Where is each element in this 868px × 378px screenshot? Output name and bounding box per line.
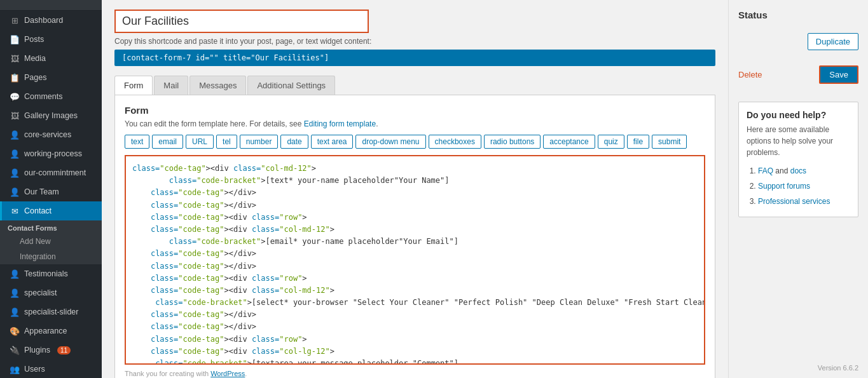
tab-form[interactable]: Form xyxy=(114,76,153,95)
sidebar-label-gallery: Gallery Images xyxy=(24,111,78,120)
status-actions-row: Duplicate xyxy=(738,28,858,60)
contact-icon: ✉ xyxy=(10,206,20,216)
our-commintment-icon: 👤 xyxy=(10,168,20,178)
tag-button-email[interactable]: email xyxy=(152,135,183,149)
sidebar-label-testimonials: Testimonials xyxy=(24,269,68,278)
tag-button-checkboxes[interactable]: checkboxes xyxy=(429,135,481,149)
sidebar-label-working-process: working-process xyxy=(24,149,82,158)
sidebar-label-specialist: specialist xyxy=(24,288,57,297)
contact-submenu: Contact Forms Add New Integration xyxy=(0,220,102,264)
sidebar-label-media: Media xyxy=(24,54,46,63)
editing-form-template-link[interactable]: Editing form template xyxy=(304,119,376,128)
sidebar-item-plugins[interactable]: 🔌 Plugins 11 xyxy=(0,341,102,360)
gallery-icon: 🖼 xyxy=(10,111,20,121)
sidebar-item-core-services[interactable]: 👤 core-services xyxy=(0,125,102,144)
wordpress-link[interactable]: WordPress xyxy=(210,370,245,377)
status-section: Status Duplicate Delete Save xyxy=(738,10,858,89)
tag-button-radio-buttons[interactable]: radio buttons xyxy=(484,135,541,149)
delete-button[interactable]: Delete xyxy=(738,67,762,83)
sidebar-item-media[interactable]: 🖼 Media xyxy=(0,49,102,68)
sidebar-item-contact[interactable]: ✉ Contact xyxy=(0,201,102,220)
pages-icon: 📋 xyxy=(10,72,20,83)
version-text: Version 6.6.2 xyxy=(818,364,858,372)
code-editor[interactable]: class="code-tag"><div class="col-md-12">… xyxy=(125,155,705,365)
help-title: Do you need help? xyxy=(747,110,850,120)
specialist-slider-icon: 👤 xyxy=(10,307,20,317)
tab-messages[interactable]: Messages xyxy=(189,76,246,95)
help-description: Here are some available options to help … xyxy=(747,124,850,158)
our-team-icon: 👤 xyxy=(10,187,20,197)
sidebar-label-users: Users xyxy=(24,365,45,374)
tag-buttons-container: textemailURLtelnumberdatetext areadrop-d… xyxy=(125,135,705,149)
sidebar-item-specialist[interactable]: 👤 specialist xyxy=(0,283,102,302)
core-services-icon: 👤 xyxy=(10,130,20,140)
right-panel: Status Duplicate Delete Save Do you need… xyxy=(728,0,868,378)
tag-button-text[interactable]: text xyxy=(125,135,149,149)
specialist-icon: 👤 xyxy=(10,288,20,298)
sidebar-label-plugins: Plugins xyxy=(24,346,50,354)
sidebar-item-comments[interactable]: 💬 Comments xyxy=(0,87,102,106)
wp-credit: Thank you for creating with WordPress. xyxy=(125,370,705,377)
tag-button-URL[interactable]: URL xyxy=(186,135,214,149)
plugins-badge: 11 xyxy=(57,346,71,354)
sidebar: ⊞ Dashboard 📄 Posts 🖼 Media 📋 Pages 💬 Co… xyxy=(0,0,102,378)
media-icon: 🖼 xyxy=(10,53,20,64)
form-tab-content: Form You can edit the form template here… xyxy=(114,95,715,378)
sidebar-item-gallery-images[interactable]: 🖼 Gallery Images xyxy=(0,106,102,125)
sidebar-label-our-team: Our Team xyxy=(24,187,59,196)
main-content: Copy this shortcode and paste it into yo… xyxy=(102,0,728,378)
tag-button-date[interactable]: date xyxy=(280,135,308,149)
sidebar-item-add-new[interactable]: Add New xyxy=(0,234,102,249)
sidebar-label-dashboard: Dashboard xyxy=(24,16,63,25)
appearance-icon: 🎨 xyxy=(10,326,20,336)
sidebar-label-contact: Contact xyxy=(24,206,52,215)
sidebar-item-dashboard[interactable]: ⊞ Dashboard xyxy=(0,11,102,30)
help-list-item-2: Support forums xyxy=(758,179,850,194)
tag-button-number[interactable]: number xyxy=(240,135,279,149)
comments-icon: 💬 xyxy=(10,91,20,102)
tag-button-drop-down-menu[interactable]: drop-down menu xyxy=(355,135,425,149)
working-process-icon: 👤 xyxy=(10,149,20,159)
dashboard-icon: ⊞ xyxy=(10,15,20,25)
users-icon: 👥 xyxy=(10,364,20,374)
tab-mail[interactable]: Mail xyxy=(154,76,188,95)
tag-button-submit[interactable]: submit xyxy=(652,135,687,149)
duplicate-button[interactable]: Duplicate xyxy=(808,33,858,50)
sidebar-item-working-process[interactable]: 👤 working-process xyxy=(0,144,102,163)
sidebar-item-our-team[interactable]: 👤 Our Team xyxy=(0,182,102,201)
sidebar-item-specialist-slider[interactable]: 👤 specialist-slider xyxy=(0,302,102,321)
form-tabs: Form Mail Messages Additional Settings xyxy=(114,76,715,95)
tag-button-file[interactable]: file xyxy=(627,135,649,149)
tag-button-acceptance[interactable]: acceptance xyxy=(543,135,595,149)
sidebar-label-our-commintment: our-commintment xyxy=(24,168,86,177)
sidebar-item-appearance[interactable]: 🎨 Appearance xyxy=(0,321,102,341)
sidebar-label-pages: Pages xyxy=(24,73,46,82)
faq-link[interactable]: FAQ xyxy=(758,166,773,175)
tag-button-text-area[interactable]: text area xyxy=(311,135,354,149)
docs-link[interactable]: docs xyxy=(790,166,806,175)
help-list-item-1: FAQ and docs xyxy=(758,163,850,179)
shortcode-display: [contact-form-7 id="" title="Our Facilit… xyxy=(114,50,715,66)
tab-additional-settings[interactable]: Additional Settings xyxy=(247,76,335,95)
sidebar-label-appearance: Appearance xyxy=(24,327,67,335)
sidebar-item-pages[interactable]: 📋 Pages xyxy=(0,68,102,87)
sidebar-item-testimonials[interactable]: 👤 Testimonials xyxy=(0,264,102,283)
sidebar-item-posts[interactable]: 📄 Posts xyxy=(0,30,102,49)
support-forums-link[interactable]: Support forums xyxy=(758,182,810,191)
integration-label: Integration xyxy=(20,252,56,261)
form-title-input[interactable] xyxy=(114,10,369,33)
sidebar-item-our-commintment[interactable]: 👤 our-commintment xyxy=(0,163,102,182)
help-list-item-3: Professional services xyxy=(758,194,850,209)
sidebar-label-comments: Comments xyxy=(24,92,62,101)
save-button[interactable]: Save xyxy=(819,65,858,84)
testimonials-icon: 👤 xyxy=(10,269,20,279)
form-description: You can edit the form template here. For… xyxy=(125,119,705,128)
shortcode-description: Copy this shortcode and paste it into yo… xyxy=(114,37,715,46)
tag-button-quiz[interactable]: quiz xyxy=(598,135,624,149)
sidebar-item-users[interactable]: 👥 Users xyxy=(0,360,102,378)
sidebar-item-integration[interactable]: Integration xyxy=(0,249,102,264)
help-links-list: FAQ and docs Support forums Professional… xyxy=(747,163,850,209)
submenu-header: Contact Forms xyxy=(0,220,102,234)
tag-button-tel[interactable]: tel xyxy=(216,135,237,149)
professional-services-link[interactable]: Professional services xyxy=(758,197,830,206)
